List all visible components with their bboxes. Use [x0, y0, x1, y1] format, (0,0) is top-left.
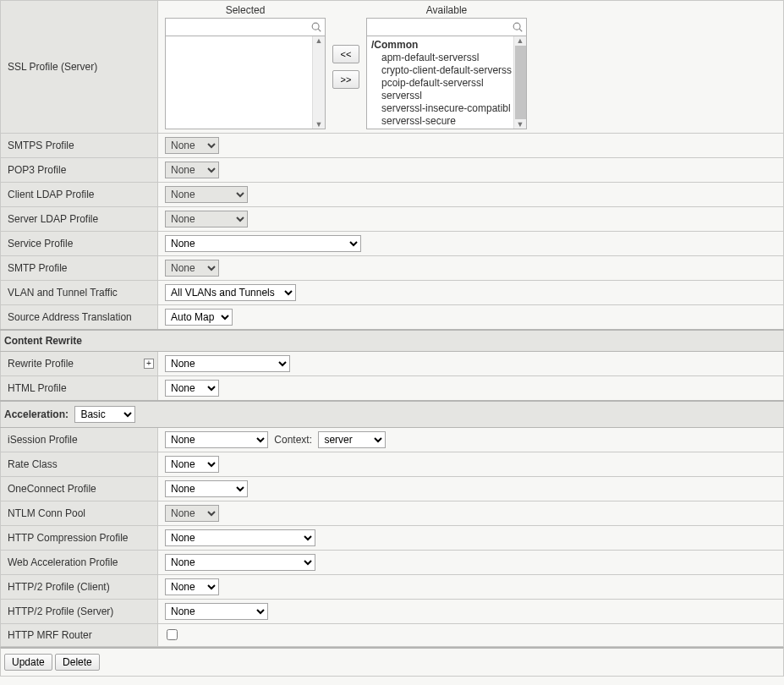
selected-search-wrap	[165, 18, 326, 36]
web-acceleration-select[interactable]: None	[165, 554, 315, 571]
isession-profile-select[interactable]: None	[165, 431, 268, 448]
scroll-down-icon[interactable]: ▼	[517, 120, 524, 129]
acceleration-mode-select[interactable]: Basic	[74, 406, 135, 423]
smtps-profile-select[interactable]: None	[165, 137, 219, 154]
update-button[interactable]: Update	[4, 654, 52, 671]
http2-client-select[interactable]: None	[165, 578, 219, 595]
scroll-up-icon[interactable]: ▲	[315, 36, 323, 45]
move-right-button[interactable]: >>	[332, 70, 359, 89]
http-compression-select[interactable]: None	[165, 529, 315, 546]
client-ldap-profile-select[interactable]: None	[165, 186, 248, 203]
web-acceleration-label: Web Acceleration Profile	[1, 551, 158, 575]
ssl-dual-list: Selected ▲ ▼ << >>	[165, 4, 776, 129]
scroll-down-icon[interactable]: ▼	[315, 120, 323, 129]
content-rewrite-section: Content Rewrite	[1, 330, 784, 352]
service-profile-select[interactable]: None	[165, 235, 361, 252]
vlan-traffic-select[interactable]: All VLANs and Tunnels	[165, 284, 296, 301]
footer-bar: Update Delete	[0, 647, 784, 677]
rate-class-select[interactable]: None	[165, 456, 219, 473]
available-search-input[interactable]	[367, 19, 526, 36]
available-search-wrap	[366, 18, 527, 36]
selected-header: Selected	[165, 4, 326, 18]
list-item[interactable]: pcoip-default-serverssl	[371, 77, 511, 90]
list-item[interactable]: serverssl-secure	[371, 115, 511, 128]
move-left-button[interactable]: <<	[332, 45, 359, 63]
http2-server-label: HTTP/2 Profile (Server)	[1, 600, 158, 624]
isession-context-select[interactable]: server	[318, 431, 386, 448]
selected-search-input[interactable]	[166, 19, 325, 36]
http2-server-select[interactable]: None	[165, 603, 268, 620]
smtp-profile-label: SMTP Profile	[1, 256, 158, 281]
http-compression-label: HTTP Compression Profile	[1, 526, 158, 551]
vlan-traffic-label: VLAN and Tunnel Traffic	[1, 281, 158, 305]
oneconnect-profile-select[interactable]: None	[165, 480, 248, 497]
http-mrf-router-checkbox[interactable]	[167, 629, 178, 640]
service-profile-label: Service Profile	[1, 232, 158, 256]
ntlm-conn-pool-select[interactable]: None	[165, 505, 219, 522]
list-item[interactable]: apm-default-serverssl	[371, 52, 511, 64]
selected-listbox[interactable]: ▲ ▼	[165, 36, 326, 129]
list-item[interactable]: crypto-client-default-serverss	[371, 64, 511, 77]
selected-scrollbar[interactable]: ▲ ▼	[312, 36, 325, 129]
isession-context-label: Context:	[274, 434, 312, 446]
server-ldap-profile-select[interactable]: None	[165, 211, 248, 227]
smtps-profile-label: SMTPS Profile	[1, 134, 158, 158]
delete-button[interactable]: Delete	[55, 654, 100, 671]
server-ldap-profile-label: Server LDAP Profile	[1, 207, 158, 232]
pop3-profile-label: POP3 Profile	[1, 158, 158, 183]
rewrite-add-icon[interactable]: +	[144, 359, 154, 369]
rewrite-profile-label: Rewrite Profile +	[1, 352, 158, 376]
ntlm-conn-pool-label: NTLM Conn Pool	[1, 501, 158, 526]
list-item[interactable]: serverssl-insecure-compatibl	[371, 102, 511, 115]
available-scrollbar[interactable]: ▲ ▼	[513, 36, 526, 129]
rewrite-profile-select[interactable]: None	[165, 355, 290, 372]
scroll-up-icon[interactable]: ▲	[517, 36, 524, 45]
smtp-profile-select[interactable]: None	[165, 260, 219, 277]
acceleration-section: Acceleration: Basic	[1, 401, 784, 428]
available-folder[interactable]: /Common	[371, 39, 511, 52]
http2-client-label: HTTP/2 Profile (Client)	[1, 575, 158, 600]
isession-profile-label: iSession Profile	[1, 428, 158, 452]
available-listbox[interactable]: /Common apm-default-serverssl crypto-cli…	[366, 36, 527, 129]
pop3-profile-select[interactable]: None	[165, 162, 219, 178]
html-profile-select[interactable]: None	[165, 380, 219, 397]
snat-select[interactable]: Auto Map	[165, 309, 233, 326]
snat-label: Source Address Translation	[1, 305, 158, 331]
http-mrf-router-label: HTTP MRF Router	[1, 624, 158, 647]
available-header: Available	[366, 4, 527, 18]
ssl-profile-server-label: SSL Profile (Server)	[1, 1, 158, 134]
html-profile-label: HTML Profile	[1, 376, 158, 402]
list-item[interactable]: serverssl	[371, 90, 511, 102]
oneconnect-profile-label: OneConnect Profile	[1, 477, 158, 501]
client-ldap-profile-label: Client LDAP Profile	[1, 183, 158, 207]
rate-class-label: Rate Class	[1, 452, 158, 477]
scroll-thumb[interactable]	[515, 46, 526, 119]
